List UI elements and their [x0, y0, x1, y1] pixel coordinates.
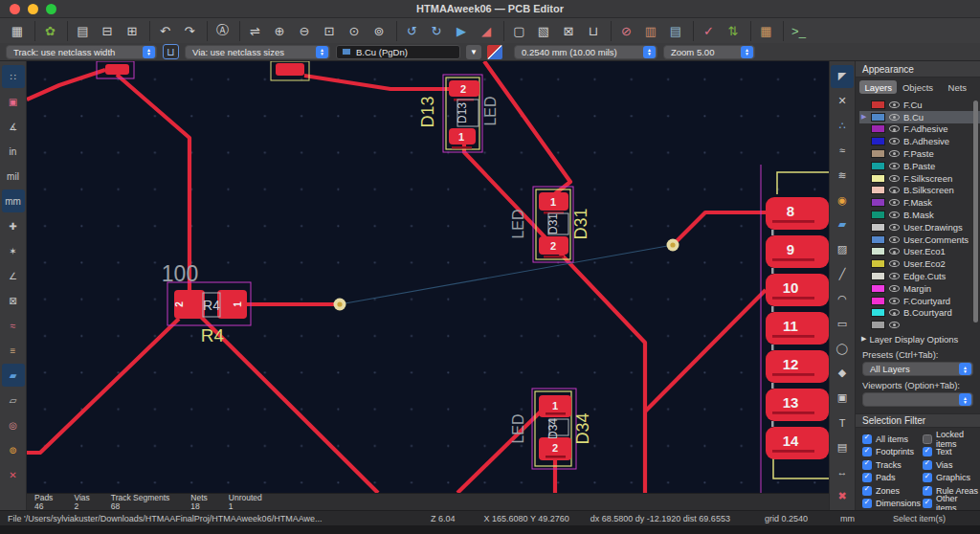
layer-row-bpaste[interactable]: ▶ B.Paste [859, 160, 980, 172]
visibility-eye-icon[interactable] [889, 260, 900, 267]
layer-row-fsilkscreen[interactable]: ▶ F.Silkscreen [859, 172, 980, 185]
checkbox-icon[interactable] [923, 434, 932, 444]
checkbox-icon[interactable] [923, 499, 932, 508]
footprint-libraries-button[interactable]: ▥ [639, 21, 662, 41]
active-layer-select[interactable]: B.Cu (PgDn) [336, 45, 460, 59]
via-outline-mode-button[interactable]: ◎ [2, 413, 25, 436]
layer-row-badhesive[interactable]: ▶ B.Adhesive [859, 135, 980, 147]
track-posture-button[interactable]: ⊔ [163, 44, 179, 59]
checkbox-icon[interactable] [923, 473, 932, 482]
connector-pad-14[interactable]: 14 [766, 427, 829, 459]
checkbox-icon[interactable] [923, 486, 932, 496]
visibility-eye-icon[interactable] [889, 187, 900, 193]
visibility-eye-icon[interactable] [889, 211, 900, 218]
layer-row-usereco2[interactable]: ▶ User.Eco2 [859, 257, 980, 270]
rotate-cw-button[interactable]: ↻ [425, 21, 448, 41]
layer-dropdown-button[interactable]: ▼ [466, 45, 481, 59]
close-button[interactable] [10, 4, 20, 14]
visibility-eye-icon[interactable] [889, 273, 900, 279]
draw-line-tool[interactable]: ╱ [831, 263, 854, 286]
tab-nets[interactable]: Nets [939, 80, 976, 94]
visibility-eye-icon[interactable] [889, 199, 900, 206]
place-text-tool[interactable]: T [831, 412, 854, 434]
grid-select[interactable]: 0.2540 mm (10.00 mils) ▲▼ [514, 45, 657, 59]
layers-scrollbar[interactable] [973, 100, 978, 323]
unlock-button[interactable]: ⊔ [582, 21, 605, 41]
visibility-eye-icon[interactable] [889, 248, 900, 255]
tune-length-tool[interactable]: ≋ [831, 164, 854, 187]
checkbox-icon[interactable] [862, 460, 872, 470]
zoom-selection-button[interactable]: ⊚ [368, 21, 390, 41]
board-setup-button[interactable]: ▦ [750, 21, 777, 41]
layer-row-bmask[interactable]: ▶ B.Mask [859, 209, 980, 221]
visibility-eye-icon[interactable] [889, 285, 900, 292]
units-inches-button[interactable]: in [2, 140, 25, 163]
constrain-45-button[interactable]: ∠ [2, 264, 25, 287]
layer-display-options[interactable]: ▶ Layer Display Options [856, 332, 980, 345]
layer-color-swatch[interactable] [871, 321, 885, 329]
checkbox-icon[interactable] [862, 473, 872, 482]
layer-color-swatch[interactable] [871, 162, 885, 170]
track-width-select[interactable]: Track: use netclass width ▲▼ [6, 45, 157, 59]
layer-row-partial[interactable]: ▶ [859, 319, 980, 331]
visibility-eye-icon[interactable] [889, 101, 900, 108]
filter-pads[interactable]: Pads [862, 472, 921, 485]
layer-color-swatch[interactable] [871, 198, 885, 207]
layer-row-fpaste[interactable]: ▶ F.Paste [859, 147, 980, 160]
layer-color-swatch[interactable] [871, 137, 885, 145]
layer-color-swatch[interactable] [871, 308, 885, 317]
scripting-console-button[interactable]: >_ [783, 21, 810, 41]
layer-color-swatch[interactable] [871, 272, 885, 280]
filter-dimensions[interactable]: Dimensions [862, 498, 921, 511]
grid-overrides-button[interactable]: ▣ [2, 90, 25, 113]
undo-button[interactable]: ↶ [149, 21, 176, 41]
plugin-manager-button[interactable]: ✿ [34, 21, 61, 41]
layer-color-swatch[interactable] [871, 186, 885, 194]
zoom-select[interactable]: Zoom 5.00 ▲▼ [663, 45, 755, 59]
layer-row-margin[interactable]: ▶ Margin [859, 282, 980, 295]
filter-footprints[interactable]: Footprints [862, 446, 921, 459]
print-button[interactable]: ⊟ [96, 21, 119, 41]
layer-row-fcu[interactable]: ▶ F.Cu [859, 99, 980, 111]
layer-color-swatch[interactable] [871, 174, 885, 183]
zoom-fit-objects-button[interactable]: ⊙ [343, 21, 366, 41]
layer-color-swatch[interactable] [871, 284, 885, 293]
layer-row-fmask[interactable]: ▶ F.Mask [859, 196, 980, 209]
lock-button[interactable]: ⊠ [557, 21, 580, 41]
draw-circle-tool[interactable]: ◯ [831, 337, 854, 360]
connector-pad-8[interactable]: 8 [766, 197, 829, 230]
zoom-fit-page-button[interactable]: ⊡ [318, 21, 341, 41]
delete-tool[interactable]: ✖ [831, 485, 854, 508]
visibility-eye-icon[interactable] [889, 322, 900, 328]
zoom-out-button[interactable]: ⊖ [293, 21, 316, 41]
layer-row-fcourtyard[interactable]: ▶ F.Courtyard [859, 295, 980, 307]
units-mils-button[interactable]: mil [2, 165, 25, 188]
layer-color-swatch[interactable] [871, 235, 885, 244]
units-mm-button[interactable]: mm [2, 189, 25, 212]
find-button[interactable]: Ⓐ [207, 21, 234, 41]
layer-color-swatch[interactable] [871, 247, 885, 256]
layer-color-swatch[interactable] [871, 149, 885, 158]
layer-row-userdrawings[interactable]: ▶ User.Drawings [859, 221, 980, 234]
via-2[interactable] [667, 239, 679, 252]
zoom-in-button[interactable]: ⊕ [268, 21, 291, 41]
layer-color-swatch[interactable] [871, 211, 885, 219]
place-via-tool[interactable]: ◉ [831, 189, 854, 211]
cursor-snap-button[interactable]: ✶ [2, 239, 25, 262]
connector-pad-12[interactable]: 12 [766, 350, 829, 383]
layer-row-bcu[interactable]: ▶ B.Cu [859, 111, 980, 123]
draw-polygon-tool[interactable]: ◆ [831, 362, 854, 385]
refresh-button[interactable]: ⇌ [239, 21, 266, 41]
filter-graphics[interactable]: Graphics [923, 472, 980, 485]
pad-outline-mode-button[interactable]: ⊚ [2, 438, 25, 461]
via-1[interactable] [334, 299, 346, 311]
toggle-grid-button[interactable]: ∷ [2, 65, 25, 88]
via-size-select[interactable]: Via: use netclass sizes ▲▼ [185, 45, 330, 59]
fullscreen-button[interactable] [46, 4, 56, 14]
filter-tracks[interactable]: Tracks [862, 458, 921, 472]
layer-row-bsilkscreen[interactable]: ▶ B.Silkscreen [859, 185, 980, 197]
smd-pad[interactable] [105, 64, 129, 75]
redo-button[interactable]: ↷ [178, 21, 201, 41]
place-table-tool[interactable]: ▤ [831, 435, 854, 458]
rule-area-tool[interactable]: ▨ [831, 238, 854, 261]
